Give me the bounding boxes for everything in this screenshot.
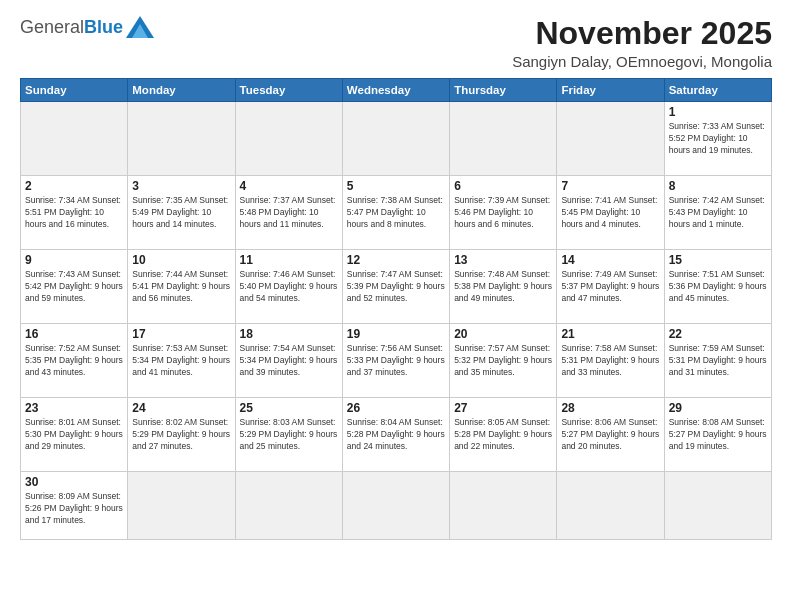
day-info: Sunrise: 7:39 AM Sunset: 5:46 PM Dayligh…	[454, 195, 552, 231]
day-number: 7	[561, 179, 659, 193]
week-row-2: 9Sunrise: 7:43 AM Sunset: 5:42 PM Daylig…	[21, 250, 772, 324]
day-number: 26	[347, 401, 445, 415]
day-info: Sunrise: 7:33 AM Sunset: 5:52 PM Dayligh…	[669, 121, 767, 157]
day-info: Sunrise: 7:57 AM Sunset: 5:32 PM Dayligh…	[454, 343, 552, 379]
day-info: Sunrise: 7:44 AM Sunset: 5:41 PM Dayligh…	[132, 269, 230, 305]
day-number: 13	[454, 253, 552, 267]
day-number: 17	[132, 327, 230, 341]
table-cell: 10Sunrise: 7:44 AM Sunset: 5:41 PM Dayli…	[128, 250, 235, 324]
col-saturday: Saturday	[664, 79, 771, 102]
table-cell: 6Sunrise: 7:39 AM Sunset: 5:46 PM Daylig…	[450, 176, 557, 250]
day-info: Sunrise: 7:48 AM Sunset: 5:38 PM Dayligh…	[454, 269, 552, 305]
day-info: Sunrise: 7:34 AM Sunset: 5:51 PM Dayligh…	[25, 195, 123, 231]
day-number: 15	[669, 253, 767, 267]
table-cell: 11Sunrise: 7:46 AM Sunset: 5:40 PM Dayli…	[235, 250, 342, 324]
day-info: Sunrise: 7:53 AM Sunset: 5:34 PM Dayligh…	[132, 343, 230, 379]
table-cell	[128, 472, 235, 540]
day-number: 1	[669, 105, 767, 119]
day-number: 9	[25, 253, 123, 267]
day-number: 29	[669, 401, 767, 415]
day-info: Sunrise: 7:42 AM Sunset: 5:43 PM Dayligh…	[669, 195, 767, 231]
day-number: 27	[454, 401, 552, 415]
day-info: Sunrise: 7:43 AM Sunset: 5:42 PM Dayligh…	[25, 269, 123, 305]
col-thursday: Thursday	[450, 79, 557, 102]
day-info: Sunrise: 7:35 AM Sunset: 5:49 PM Dayligh…	[132, 195, 230, 231]
day-info: Sunrise: 8:05 AM Sunset: 5:28 PM Dayligh…	[454, 417, 552, 453]
day-number: 2	[25, 179, 123, 193]
table-cell: 13Sunrise: 7:48 AM Sunset: 5:38 PM Dayli…	[450, 250, 557, 324]
day-number: 14	[561, 253, 659, 267]
day-number: 22	[669, 327, 767, 341]
day-info: Sunrise: 7:46 AM Sunset: 5:40 PM Dayligh…	[240, 269, 338, 305]
week-row-4: 23Sunrise: 8:01 AM Sunset: 5:30 PM Dayli…	[21, 398, 772, 472]
day-number: 21	[561, 327, 659, 341]
day-number: 23	[25, 401, 123, 415]
day-number: 6	[454, 179, 552, 193]
day-number: 28	[561, 401, 659, 415]
day-info: Sunrise: 7:41 AM Sunset: 5:45 PM Dayligh…	[561, 195, 659, 231]
day-number: 8	[669, 179, 767, 193]
table-cell: 22Sunrise: 7:59 AM Sunset: 5:31 PM Dayli…	[664, 324, 771, 398]
col-friday: Friday	[557, 79, 664, 102]
table-cell	[235, 472, 342, 540]
logo-general: General	[20, 17, 84, 38]
table-cell	[21, 102, 128, 176]
day-info: Sunrise: 8:08 AM Sunset: 5:27 PM Dayligh…	[669, 417, 767, 453]
day-number: 30	[25, 475, 123, 489]
week-row-1: 2Sunrise: 7:34 AM Sunset: 5:51 PM Daylig…	[21, 176, 772, 250]
day-number: 5	[347, 179, 445, 193]
table-cell: 12Sunrise: 7:47 AM Sunset: 5:39 PM Dayli…	[342, 250, 449, 324]
logo: General Blue	[20, 16, 154, 38]
table-cell: 2Sunrise: 7:34 AM Sunset: 5:51 PM Daylig…	[21, 176, 128, 250]
table-cell: 7Sunrise: 7:41 AM Sunset: 5:45 PM Daylig…	[557, 176, 664, 250]
table-cell: 27Sunrise: 8:05 AM Sunset: 5:28 PM Dayli…	[450, 398, 557, 472]
day-info: Sunrise: 7:38 AM Sunset: 5:47 PM Dayligh…	[347, 195, 445, 231]
week-row-0: 1Sunrise: 7:33 AM Sunset: 5:52 PM Daylig…	[21, 102, 772, 176]
logo-blue: Blue	[84, 17, 123, 38]
day-info: Sunrise: 8:01 AM Sunset: 5:30 PM Dayligh…	[25, 417, 123, 453]
day-info: Sunrise: 8:03 AM Sunset: 5:29 PM Dayligh…	[240, 417, 338, 453]
table-cell: 24Sunrise: 8:02 AM Sunset: 5:29 PM Dayli…	[128, 398, 235, 472]
table-cell	[664, 472, 771, 540]
table-cell	[557, 102, 664, 176]
day-number: 20	[454, 327, 552, 341]
day-info: Sunrise: 8:02 AM Sunset: 5:29 PM Dayligh…	[132, 417, 230, 453]
day-info: Sunrise: 7:56 AM Sunset: 5:33 PM Dayligh…	[347, 343, 445, 379]
header-row: Sunday Monday Tuesday Wednesday Thursday…	[21, 79, 772, 102]
table-cell: 30Sunrise: 8:09 AM Sunset: 5:26 PM Dayli…	[21, 472, 128, 540]
week-row-3: 16Sunrise: 7:52 AM Sunset: 5:35 PM Dayli…	[21, 324, 772, 398]
day-number: 19	[347, 327, 445, 341]
table-cell	[235, 102, 342, 176]
header: General Blue November 2025 Sangiyn Dalay…	[20, 16, 772, 70]
table-cell: 23Sunrise: 8:01 AM Sunset: 5:30 PM Dayli…	[21, 398, 128, 472]
day-info: Sunrise: 7:54 AM Sunset: 5:34 PM Dayligh…	[240, 343, 338, 379]
table-cell	[128, 102, 235, 176]
month-title: November 2025	[512, 16, 772, 51]
day-number: 16	[25, 327, 123, 341]
day-number: 3	[132, 179, 230, 193]
calendar: Sunday Monday Tuesday Wednesday Thursday…	[20, 78, 772, 540]
table-cell: 4Sunrise: 7:37 AM Sunset: 5:48 PM Daylig…	[235, 176, 342, 250]
day-info: Sunrise: 7:47 AM Sunset: 5:39 PM Dayligh…	[347, 269, 445, 305]
table-cell: 3Sunrise: 7:35 AM Sunset: 5:49 PM Daylig…	[128, 176, 235, 250]
table-cell	[450, 472, 557, 540]
day-info: Sunrise: 8:04 AM Sunset: 5:28 PM Dayligh…	[347, 417, 445, 453]
table-cell	[557, 472, 664, 540]
table-cell	[342, 102, 449, 176]
table-cell: 8Sunrise: 7:42 AM Sunset: 5:43 PM Daylig…	[664, 176, 771, 250]
title-area: November 2025 Sangiyn Dalay, OEmnoegovi,…	[512, 16, 772, 70]
day-number: 12	[347, 253, 445, 267]
table-cell: 5Sunrise: 7:38 AM Sunset: 5:47 PM Daylig…	[342, 176, 449, 250]
day-number: 11	[240, 253, 338, 267]
page: General Blue November 2025 Sangiyn Dalay…	[0, 0, 792, 612]
table-cell	[342, 472, 449, 540]
table-cell: 25Sunrise: 8:03 AM Sunset: 5:29 PM Dayli…	[235, 398, 342, 472]
day-info: Sunrise: 7:52 AM Sunset: 5:35 PM Dayligh…	[25, 343, 123, 379]
table-cell: 21Sunrise: 7:58 AM Sunset: 5:31 PM Dayli…	[557, 324, 664, 398]
day-number: 10	[132, 253, 230, 267]
table-cell: 14Sunrise: 7:49 AM Sunset: 5:37 PM Dayli…	[557, 250, 664, 324]
table-cell: 18Sunrise: 7:54 AM Sunset: 5:34 PM Dayli…	[235, 324, 342, 398]
week-row-5: 30Sunrise: 8:09 AM Sunset: 5:26 PM Dayli…	[21, 472, 772, 540]
location-title: Sangiyn Dalay, OEmnoegovi, Mongolia	[512, 53, 772, 70]
day-info: Sunrise: 7:58 AM Sunset: 5:31 PM Dayligh…	[561, 343, 659, 379]
